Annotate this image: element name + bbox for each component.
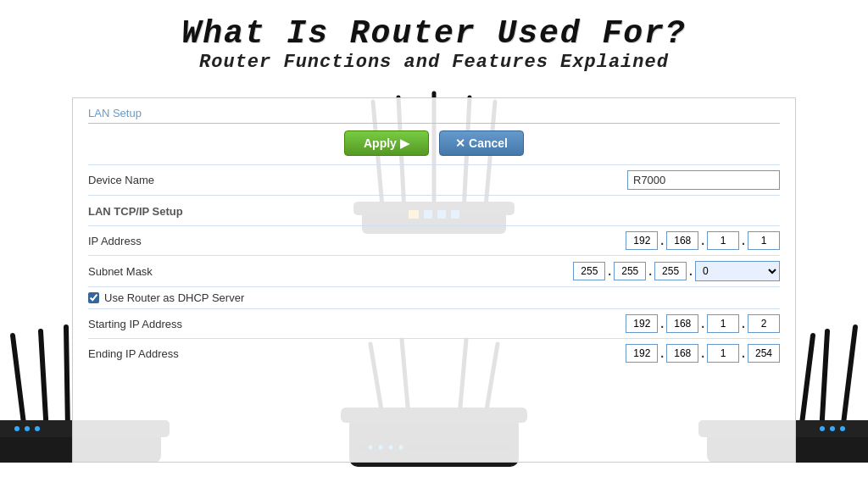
subnet-mask-row: Subnet Mask . . . 0 128: [88, 255, 780, 286]
apply-button[interactable]: Apply ▶: [344, 130, 429, 156]
svg-line-1: [41, 331, 47, 433]
svg-line-2: [66, 327, 68, 430]
lan-tcpip-label: LAN TCP/IP Setup: [88, 201, 258, 220]
ending-ip-row: Ending IP Address . . .: [88, 338, 780, 368]
end-ip-octet-4[interactable]: [748, 344, 780, 363]
subnet-dot-1: .: [607, 264, 612, 278]
end-ip-octet-2[interactable]: [666, 344, 698, 363]
subnet-octet-2[interactable]: [614, 262, 646, 280]
dhcp-checkbox[interactable]: [88, 292, 99, 303]
ip-octet-2[interactable]: [666, 231, 698, 250]
device-name-label: Device Name: [88, 174, 258, 186]
dhcp-checkbox-label: Use Router as DHCP Server: [104, 291, 244, 304]
start-ip-octet-4[interactable]: [748, 314, 780, 333]
svg-line-9: [821, 331, 827, 433]
starting-ip-row: Starting IP Address . . .: [88, 308, 780, 338]
dhcp-checkbox-row: Use Router as DHCP Server: [88, 286, 780, 308]
subnet-last-select[interactable]: 0 128: [695, 261, 780, 281]
svg-line-10: [843, 327, 855, 430]
ip-octet-1[interactable]: [626, 231, 658, 250]
subnet-dot-3: .: [688, 264, 693, 278]
section-header: LAN Setup: [88, 107, 780, 124]
starting-ip-group: . . .: [626, 314, 780, 333]
ip-address-label: IP Address: [88, 235, 258, 247]
device-name-input[interactable]: [627, 170, 780, 190]
subnet-octet-1[interactable]: [573, 262, 605, 280]
start-ip-octet-2[interactable]: [666, 314, 698, 333]
svg-point-13: [840, 426, 845, 431]
ip-dot-3: .: [741, 234, 746, 247]
svg-point-15: [820, 426, 825, 431]
subnet-mask-label: Subnet Mask: [88, 265, 258, 278]
end-ip-octet-1[interactable]: [626, 344, 658, 363]
main-title: What Is Router Used For?: [0, 15, 868, 52]
ip-dot-2: .: [700, 234, 705, 247]
buttons-row: Apply ▶ ✕ Cancel: [88, 130, 780, 156]
ip-octet-3[interactable]: [707, 231, 739, 250]
end-ip-octet-3[interactable]: [707, 344, 739, 363]
cancel-button[interactable]: ✕ Cancel: [439, 130, 524, 156]
svg-point-6: [25, 426, 30, 431]
svg-point-14: [830, 426, 835, 431]
svg-point-5: [14, 426, 19, 431]
ip-dot-1: .: [659, 234, 665, 247]
device-name-row: Device Name: [88, 164, 780, 195]
main-container: What Is Router Used For? Router Function…: [0, 0, 868, 488]
starting-ip-label: Starting IP Address: [88, 318, 258, 330]
sub-title: Router Functions and Features Explained: [0, 52, 868, 73]
ip-octet-4[interactable]: [748, 231, 780, 250]
subnet-mask-group: . . . 0 128: [573, 261, 780, 281]
ending-ip-group: . . .: [626, 344, 780, 363]
subnet-octet-3[interactable]: [654, 262, 687, 280]
subnet-dot-2: .: [648, 264, 653, 278]
title-area: What Is Router Used For? Router Function…: [0, 0, 868, 78]
svg-point-7: [35, 426, 40, 431]
ending-ip-label: Ending IP Address: [88, 347, 258, 360]
ip-address-row: IP Address . . .: [88, 225, 780, 255]
start-ip-octet-1[interactable]: [626, 314, 658, 333]
start-ip-octet-3[interactable]: [707, 314, 739, 333]
lan-tcpip-row: LAN TCP/IP Setup: [88, 195, 780, 225]
ip-address-group: . . .: [626, 231, 780, 250]
admin-panel: LAN Setup Apply ▶ ✕ Cancel Device Name L…: [72, 97, 796, 463]
